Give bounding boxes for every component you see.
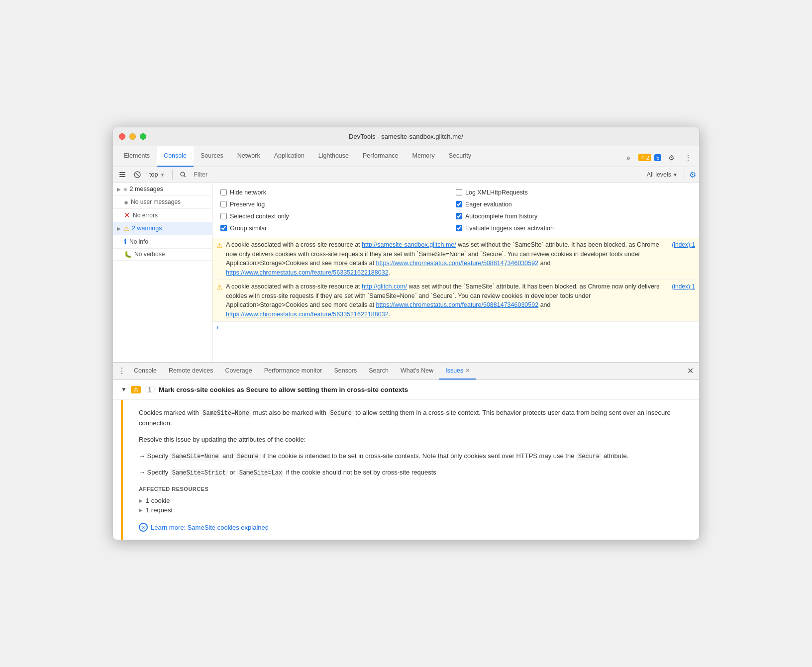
verbose-icon: 🐛 — [124, 251, 132, 258]
warning-icon-2: ⚠ — [216, 283, 223, 291]
bottom-tab-coverage[interactable]: Coverage — [219, 363, 258, 380]
prompt-arrow-icon: › — [216, 324, 218, 331]
tabs-bar: Elements Console Sources Network Applica… — [113, 146, 699, 167]
selected-context-checkbox[interactable] — [220, 213, 227, 219]
resource-arrow-2: ▶ — [139, 507, 143, 513]
sidebar-info-section: ℹ No info — [113, 235, 212, 249]
issue-count-badge: 1 — [145, 386, 155, 393]
filter-icon[interactable] — [177, 168, 190, 181]
tab-application[interactable]: Application — [267, 146, 311, 167]
bottom-tabs-more-icon[interactable]: ⋮ — [116, 365, 128, 377]
message-location-2[interactable]: (index):1 — [672, 283, 695, 290]
tab-performance[interactable]: Performance — [356, 146, 406, 167]
learn-more-text: Learn more: SameSite cookies explained — [151, 524, 269, 531]
bottom-tab-whats-new[interactable]: What's New — [395, 363, 439, 380]
issues-tab-close-icon[interactable]: ✕ — [465, 367, 470, 374]
hide-network-checkbox[interactable] — [220, 189, 227, 195]
msg2-link3[interactable]: https://www.chromestatus.com/feature/563… — [226, 311, 389, 318]
console-toolbar: top ▼ All levels ▼ ⚙ — [113, 167, 699, 183]
bottom-tab-remote-devices[interactable]: Remote devices — [163, 363, 219, 380]
tab-memory[interactable]: Memory — [406, 146, 442, 167]
console-settings-icon[interactable]: ⚙ — [689, 170, 696, 180]
console-right: Hide network Log XMLHttpRequests Preserv… — [212, 183, 699, 362]
sidebar-errors-label: No errors — [133, 212, 158, 219]
group-similar-label: Group similar — [230, 225, 267, 232]
log-xmlhttp-label: Log XMLHttpRequests — [465, 189, 528, 196]
title-bar: DevTools - samesite-sandbox.glitch.me/ — [113, 127, 699, 146]
chevron-right-icon: ▶ — [117, 187, 121, 192]
tab-sources[interactable]: Sources — [194, 146, 230, 167]
sidebar-info-label: No info — [129, 238, 148, 245]
setting-eager-eval: Eager evaluation — [456, 199, 691, 210]
minimize-button[interactable] — [129, 133, 136, 140]
more-options-icon[interactable]: ⋮ — [681, 151, 695, 165]
issue-body-para-4: → Specify SameSite=Strict or SameSite=La… — [139, 468, 687, 478]
console-prompt: › — [212, 322, 699, 333]
close-drawer-button[interactable]: ✕ — [684, 365, 696, 377]
devtools-window: DevTools - samesite-sandbox.glitch.me/ E… — [112, 127, 700, 540]
svg-line-6 — [184, 176, 186, 177]
sidebar-messages-label: 2 messages — [130, 186, 163, 192]
sidebar-verbose[interactable]: 🐛 No verbose — [113, 249, 212, 260]
learn-more-link[interactable]: ⊙ Learn more: SameSite cookies explained — [139, 523, 687, 532]
bottom-tab-search[interactable]: Search — [363, 363, 395, 380]
tab-network[interactable]: Network — [230, 146, 267, 167]
messages-icon: ≡ — [123, 186, 127, 193]
eager-eval-label: Eager evaluation — [465, 201, 512, 208]
maximize-button[interactable] — [140, 133, 146, 140]
eager-eval-checkbox[interactable] — [456, 201, 462, 207]
msg1-link2[interactable]: https://www.chromestatus.com/feature/508… — [376, 260, 539, 267]
issue-header[interactable]: ▼ ⚠ 1 Mark cross-site cookies as Secure … — [113, 380, 699, 400]
sidebar-errors-section: ✕ No errors — [113, 209, 212, 222]
sidebar-warnings-group[interactable]: ▶ ⚠ 2 warnings — [113, 222, 212, 235]
tab-elements[interactable]: Elements — [117, 146, 157, 167]
resource-item-request[interactable]: ▶ 1 request — [139, 505, 687, 515]
preserve-log-checkbox[interactable] — [220, 201, 227, 207]
tab-security[interactable]: Security — [442, 146, 478, 167]
close-button[interactable] — [119, 133, 125, 140]
levels-dropdown[interactable]: All levels ▼ — [644, 170, 681, 179]
issues-panel: ▼ ⚠ 1 Mark cross-site cookies as Secure … — [113, 380, 699, 540]
tab-lighthouse[interactable]: Lighthouse — [311, 146, 356, 167]
sidebar-user-messages-label: No user messages — [131, 198, 181, 205]
resource-item-cookie[interactable]: ▶ 1 cookie — [139, 496, 687, 505]
bottom-tab-sensors[interactable]: Sensors — [328, 363, 363, 380]
bottom-tab-performance-monitor[interactable]: Performance monitor — [258, 363, 328, 380]
setting-selected-context: Selected context only — [220, 211, 456, 222]
bottom-tab-issues[interactable]: Issues ✕ — [439, 363, 476, 380]
issue-body: Cookies marked with SameSite=None must a… — [121, 400, 699, 540]
svg-point-5 — [181, 172, 185, 176]
context-selector[interactable]: top ▼ — [146, 170, 168, 180]
msg1-link3[interactable]: https://www.chromestatus.com/feature/563… — [226, 269, 389, 276]
tab-console[interactable]: Console — [157, 146, 194, 167]
msg1-link1[interactable]: http://samesite-sandbox.glitch.me/ — [362, 241, 456, 248]
sidebar-info[interactable]: ℹ No info — [113, 235, 212, 248]
sidebar-user-messages[interactable]: ● No user messages — [113, 196, 212, 208]
settings-icon[interactable]: ⚙ — [664, 151, 678, 165]
autocomplete-label: Autocomplete from history — [465, 213, 537, 220]
message-location-1[interactable]: (index):1 — [672, 241, 695, 248]
more-tabs-button[interactable]: » — [621, 151, 635, 165]
sidebar-errors[interactable]: ✕ No errors — [113, 209, 212, 222]
msg2-link1[interactable]: http://glitch.com/ — [362, 283, 407, 290]
errors-badge: 5 — [654, 154, 661, 161]
log-xmlhttp-checkbox[interactable] — [456, 189, 462, 195]
console-sidebar-toggle[interactable] — [116, 168, 129, 181]
issue-expand-chevron[interactable]: ▼ — [121, 386, 127, 393]
eval-triggers-checkbox[interactable] — [456, 225, 462, 231]
filter-input[interactable] — [192, 171, 641, 178]
toolbar-divider-1 — [172, 170, 173, 180]
group-similar-checkbox[interactable] — [220, 225, 227, 231]
window-title: DevTools - samesite-sandbox.glitch.me/ — [349, 133, 463, 140]
autocomplete-checkbox[interactable] — [456, 213, 462, 219]
console-message-1: ⚠ A cookie associated with a cross-site … — [212, 238, 699, 280]
msg2-link2[interactable]: https://www.chromestatus.com/feature/508… — [376, 301, 539, 308]
warnings-badge: ⚠2 — [638, 154, 651, 161]
console-messages: ⚠ A cookie associated with a cross-site … — [212, 238, 699, 333]
clear-console-button[interactable] — [131, 168, 144, 181]
sidebar-messages-group[interactable]: ▶ ≡ 2 messages — [113, 183, 212, 195]
info-icon: ℹ — [124, 237, 127, 246]
svg-rect-1 — [119, 174, 125, 175]
svg-line-4 — [136, 173, 139, 176]
bottom-tab-console[interactable]: Console — [128, 363, 163, 380]
